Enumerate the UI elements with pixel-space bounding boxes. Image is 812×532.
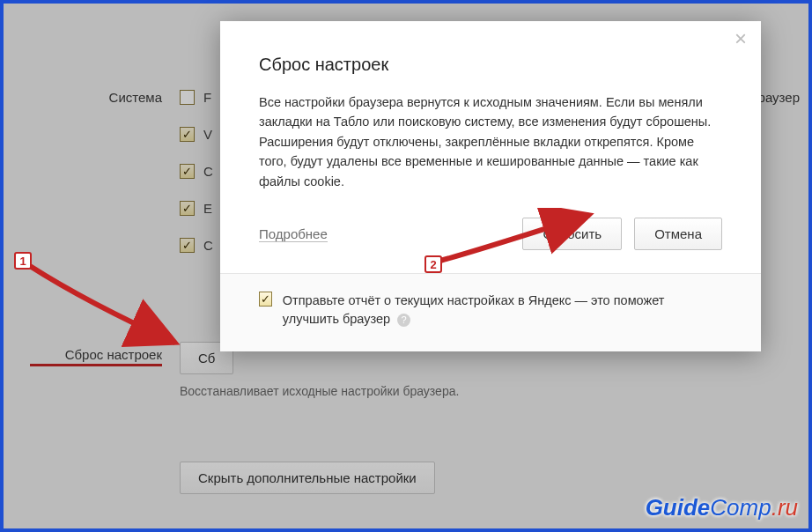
dialog-title: Сброс настроек xyxy=(259,55,722,75)
help-icon[interactable]: ? xyxy=(397,314,410,327)
cancel-button[interactable]: Отмена xyxy=(634,218,722,250)
report-label: Отправьте отчёт о текущих настройках в Я… xyxy=(283,292,722,329)
annotation-arrow-1 xyxy=(21,259,188,356)
reset-dialog: × Сброс настроек Все настройки браузера … xyxy=(220,21,761,351)
watermark: GuideComp.ru xyxy=(646,494,798,521)
annotation-arrow-2 xyxy=(435,208,602,270)
dialog-text: Все настройки браузера вернутся к исходн… xyxy=(259,92,722,191)
close-icon[interactable]: × xyxy=(731,30,750,49)
more-link[interactable]: Подробнее xyxy=(259,226,328,242)
annotation-badge-2: 2 xyxy=(424,255,442,273)
report-checkbox-icon[interactable]: ✓ xyxy=(259,292,272,307)
annotation-badge-1: 1 xyxy=(14,252,32,270)
